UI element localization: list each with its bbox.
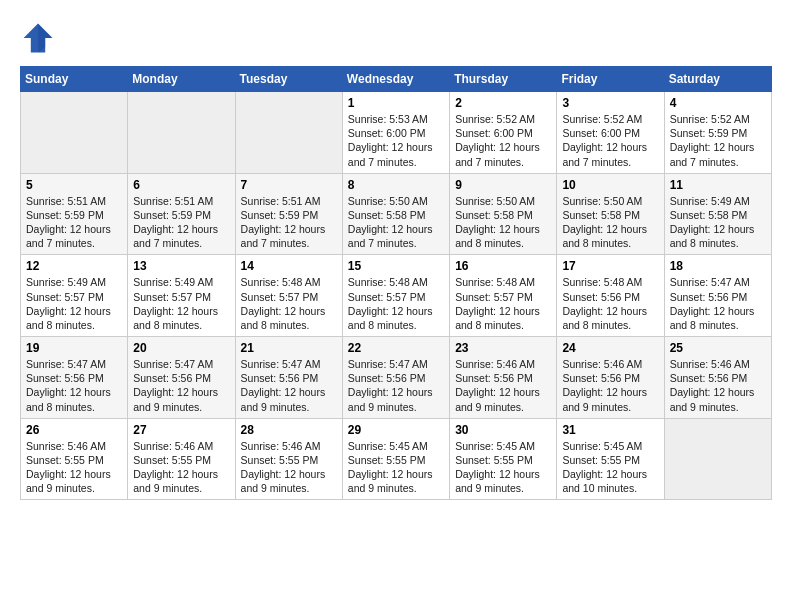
cell-info: Sunrise: 5:46 AMSunset: 5:55 PMDaylight:… [241,439,337,496]
day-of-week-header: Tuesday [235,67,342,92]
cell-info: Sunrise: 5:52 AMSunset: 6:00 PMDaylight:… [455,112,551,169]
calendar-cell: 6Sunrise: 5:51 AMSunset: 5:59 PMDaylight… [128,173,235,255]
cell-info: Sunrise: 5:47 AMSunset: 5:56 PMDaylight:… [348,357,444,414]
calendar-cell: 22Sunrise: 5:47 AMSunset: 5:56 PMDayligh… [342,337,449,419]
cell-info: Sunrise: 5:49 AMSunset: 5:58 PMDaylight:… [670,194,766,251]
day-number: 24 [562,341,658,355]
day-number: 17 [562,259,658,273]
day-number: 16 [455,259,551,273]
cell-info: Sunrise: 5:47 AMSunset: 5:56 PMDaylight:… [133,357,229,414]
day-number: 7 [241,178,337,192]
cell-info: Sunrise: 5:47 AMSunset: 5:56 PMDaylight:… [670,275,766,332]
cell-info: Sunrise: 5:46 AMSunset: 5:56 PMDaylight:… [455,357,551,414]
calendar-week-row: 19Sunrise: 5:47 AMSunset: 5:56 PMDayligh… [21,337,772,419]
calendar-cell: 11Sunrise: 5:49 AMSunset: 5:58 PMDayligh… [664,173,771,255]
calendar-cell: 30Sunrise: 5:45 AMSunset: 5:55 PMDayligh… [450,418,557,500]
day-number: 15 [348,259,444,273]
day-number: 31 [562,423,658,437]
calendar-cell: 5Sunrise: 5:51 AMSunset: 5:59 PMDaylight… [21,173,128,255]
cell-info: Sunrise: 5:52 AMSunset: 6:00 PMDaylight:… [562,112,658,169]
day-number: 2 [455,96,551,110]
calendar-week-row: 26Sunrise: 5:46 AMSunset: 5:55 PMDayligh… [21,418,772,500]
calendar-cell: 18Sunrise: 5:47 AMSunset: 5:56 PMDayligh… [664,255,771,337]
calendar-header-row: SundayMondayTuesdayWednesdayThursdayFrid… [21,67,772,92]
calendar-cell: 23Sunrise: 5:46 AMSunset: 5:56 PMDayligh… [450,337,557,419]
calendar-cell: 12Sunrise: 5:49 AMSunset: 5:57 PMDayligh… [21,255,128,337]
cell-info: Sunrise: 5:49 AMSunset: 5:57 PMDaylight:… [133,275,229,332]
calendar-cell: 1Sunrise: 5:53 AMSunset: 6:00 PMDaylight… [342,92,449,174]
calendar-cell: 3Sunrise: 5:52 AMSunset: 6:00 PMDaylight… [557,92,664,174]
calendar-week-row: 1Sunrise: 5:53 AMSunset: 6:00 PMDaylight… [21,92,772,174]
cell-info: Sunrise: 5:51 AMSunset: 5:59 PMDaylight:… [26,194,122,251]
day-number: 18 [670,259,766,273]
calendar-cell: 10Sunrise: 5:50 AMSunset: 5:58 PMDayligh… [557,173,664,255]
calendar-week-row: 12Sunrise: 5:49 AMSunset: 5:57 PMDayligh… [21,255,772,337]
day-number: 6 [133,178,229,192]
day-number: 25 [670,341,766,355]
day-number: 27 [133,423,229,437]
day-of-week-header: Sunday [21,67,128,92]
calendar-cell: 17Sunrise: 5:48 AMSunset: 5:56 PMDayligh… [557,255,664,337]
cell-info: Sunrise: 5:47 AMSunset: 5:56 PMDaylight:… [241,357,337,414]
calendar-week-row: 5Sunrise: 5:51 AMSunset: 5:59 PMDaylight… [21,173,772,255]
calendar-cell [235,92,342,174]
day-number: 8 [348,178,444,192]
calendar-cell: 19Sunrise: 5:47 AMSunset: 5:56 PMDayligh… [21,337,128,419]
cell-info: Sunrise: 5:53 AMSunset: 6:00 PMDaylight:… [348,112,444,169]
cell-info: Sunrise: 5:51 AMSunset: 5:59 PMDaylight:… [133,194,229,251]
calendar-cell: 15Sunrise: 5:48 AMSunset: 5:57 PMDayligh… [342,255,449,337]
cell-info: Sunrise: 5:45 AMSunset: 5:55 PMDaylight:… [348,439,444,496]
calendar-cell: 27Sunrise: 5:46 AMSunset: 5:55 PMDayligh… [128,418,235,500]
cell-info: Sunrise: 5:48 AMSunset: 5:57 PMDaylight:… [241,275,337,332]
day-number: 12 [26,259,122,273]
day-number: 5 [26,178,122,192]
cell-info: Sunrise: 5:45 AMSunset: 5:55 PMDaylight:… [455,439,551,496]
calendar-table: SundayMondayTuesdayWednesdayThursdayFrid… [20,66,772,500]
day-number: 14 [241,259,337,273]
cell-info: Sunrise: 5:50 AMSunset: 5:58 PMDaylight:… [348,194,444,251]
calendar-cell: 21Sunrise: 5:47 AMSunset: 5:56 PMDayligh… [235,337,342,419]
day-number: 21 [241,341,337,355]
cell-info: Sunrise: 5:46 AMSunset: 5:55 PMDaylight:… [133,439,229,496]
day-of-week-header: Saturday [664,67,771,92]
calendar-cell [21,92,128,174]
day-number: 1 [348,96,444,110]
cell-info: Sunrise: 5:48 AMSunset: 5:56 PMDaylight:… [562,275,658,332]
day-of-week-header: Wednesday [342,67,449,92]
day-of-week-header: Friday [557,67,664,92]
day-number: 30 [455,423,551,437]
calendar-cell: 25Sunrise: 5:46 AMSunset: 5:56 PMDayligh… [664,337,771,419]
cell-info: Sunrise: 5:47 AMSunset: 5:56 PMDaylight:… [26,357,122,414]
day-number: 10 [562,178,658,192]
cell-info: Sunrise: 5:49 AMSunset: 5:57 PMDaylight:… [26,275,122,332]
cell-info: Sunrise: 5:45 AMSunset: 5:55 PMDaylight:… [562,439,658,496]
calendar-cell: 14Sunrise: 5:48 AMSunset: 5:57 PMDayligh… [235,255,342,337]
cell-info: Sunrise: 5:46 AMSunset: 5:56 PMDaylight:… [670,357,766,414]
calendar-cell: 20Sunrise: 5:47 AMSunset: 5:56 PMDayligh… [128,337,235,419]
cell-info: Sunrise: 5:52 AMSunset: 5:59 PMDaylight:… [670,112,766,169]
day-number: 23 [455,341,551,355]
day-number: 19 [26,341,122,355]
cell-info: Sunrise: 5:50 AMSunset: 5:58 PMDaylight:… [562,194,658,251]
logo [20,20,60,56]
cell-info: Sunrise: 5:48 AMSunset: 5:57 PMDaylight:… [455,275,551,332]
calendar-cell: 28Sunrise: 5:46 AMSunset: 5:55 PMDayligh… [235,418,342,500]
calendar-cell: 7Sunrise: 5:51 AMSunset: 5:59 PMDaylight… [235,173,342,255]
day-number: 4 [670,96,766,110]
cell-info: Sunrise: 5:46 AMSunset: 5:55 PMDaylight:… [26,439,122,496]
logo-icon [20,20,56,56]
day-of-week-header: Monday [128,67,235,92]
page-header [20,20,772,56]
cell-info: Sunrise: 5:50 AMSunset: 5:58 PMDaylight:… [455,194,551,251]
calendar-cell: 9Sunrise: 5:50 AMSunset: 5:58 PMDaylight… [450,173,557,255]
calendar-cell [664,418,771,500]
calendar-cell [128,92,235,174]
day-number: 28 [241,423,337,437]
cell-info: Sunrise: 5:46 AMSunset: 5:56 PMDaylight:… [562,357,658,414]
day-number: 22 [348,341,444,355]
day-number: 29 [348,423,444,437]
calendar-cell: 13Sunrise: 5:49 AMSunset: 5:57 PMDayligh… [128,255,235,337]
calendar-cell: 31Sunrise: 5:45 AMSunset: 5:55 PMDayligh… [557,418,664,500]
day-number: 9 [455,178,551,192]
day-number: 26 [26,423,122,437]
